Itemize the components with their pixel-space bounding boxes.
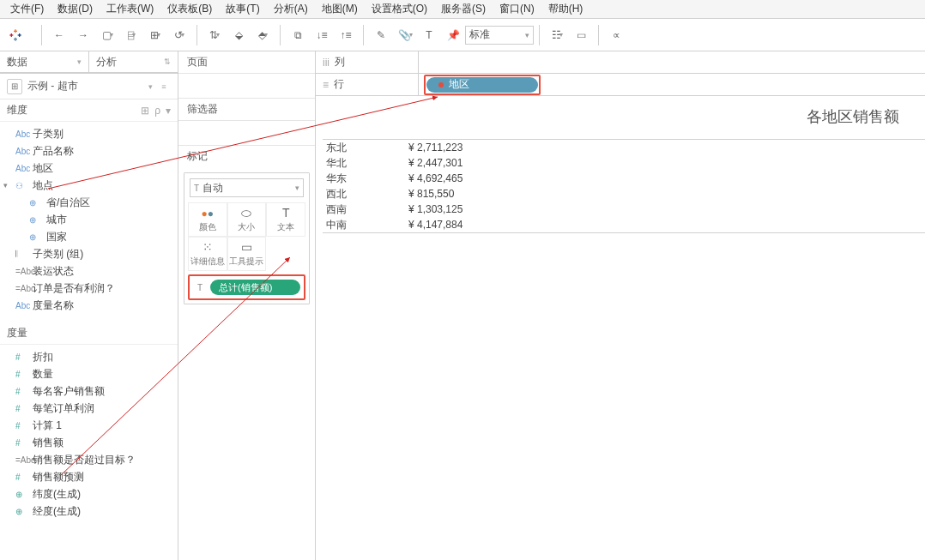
pages-shelf[interactable]: 页面 <box>178 51 315 74</box>
table-row[interactable]: 西南¥ 1,303,125 <box>323 202 925 217</box>
marks-pill-highlight: T 总计(销售额) <box>188 274 305 300</box>
field-销售额[interactable]: #销售额 <box>0 434 178 451</box>
marks-title: 标记 <box>178 146 315 167</box>
menu-analysis[interactable]: 分析(A) <box>267 0 315 18</box>
menu-bar: 文件(F) 数据(D) 工作表(W) 仪表板(B) 故事(T) 分析(A) 地图… <box>0 0 925 19</box>
datasource-caret-icon[interactable]: ▾ <box>143 82 157 91</box>
search-icon[interactable]: ρ <box>154 105 160 117</box>
cards-column: 页面 筛选器 标记 T自动▾ ●●颜色 ⬭大小 T文本 ⁙详细信息 ▭工具提示 … <box>178 51 316 560</box>
menu-server[interactable]: 服务器(S) <box>434 0 493 18</box>
field-折扣[interactable]: #折扣 <box>0 348 178 365</box>
worksheet-area: iii列 ≡行 地区 各地区销售额 东北¥ 2,711,223华北¥ 2,447… <box>316 51 925 560</box>
menu-data[interactable]: 数据(D) <box>51 0 100 18</box>
rows-pill-highlight: 地区 <box>424 75 541 95</box>
filters-shelf[interactable]: 筛选器 <box>178 99 315 121</box>
text-icon: T <box>282 206 290 220</box>
columns-shelf[interactable] <box>419 51 925 73</box>
label-button[interactable]: T <box>418 24 440 46</box>
field-销售额预测[interactable]: #销售额预测 <box>0 468 178 485</box>
menu-dashboard[interactable]: 仪表板(B) <box>160 0 219 18</box>
region-pill[interactable]: 地区 <box>426 77 538 93</box>
marks-detail[interactable]: ⁙详细信息 <box>188 237 227 271</box>
group-button[interactable]: ⧉ <box>287 24 309 46</box>
marks-empty <box>266 237 305 271</box>
sort-3-button[interactable]: ↑≡ <box>335 24 357 46</box>
field-省/自治区[interactable]: ⊕省/自治区 <box>0 194 178 211</box>
menu-story[interactable]: 故事(T) <box>219 0 266 18</box>
menu-window[interactable]: 窗口(N) <box>493 0 541 18</box>
showme-cards-button[interactable]: ☷▾ <box>546 24 568 46</box>
field-订单是否有利润？[interactable]: =Abc订单是否有利润？ <box>0 280 178 297</box>
tableau-logo-icon[interactable] <box>3 23 27 47</box>
view-toggle-icon[interactable]: ⊞ <box>141 105 149 117</box>
menu-file[interactable]: 文件(F) <box>3 0 51 18</box>
size-icon: ⬭ <box>241 206 251 220</box>
table-row[interactable]: 中南¥ 4,147,884 <box>323 217 925 232</box>
new-worksheet-button[interactable]: ⊞▾ <box>144 24 166 46</box>
menu-worksheet[interactable]: 工作表(W) <box>100 0 160 18</box>
duplicate-button[interactable]: ↺▾ <box>168 24 190 46</box>
attach-button[interactable]: 📎▾ <box>394 24 416 46</box>
save-button[interactable]: ▢▾ <box>96 24 118 46</box>
worksheet-title[interactable]: 各地区销售额 <box>316 96 925 132</box>
swap-button[interactable]: ⇅▾ <box>203 24 226 46</box>
marks-tooltip[interactable]: ▭工具提示 <box>227 237 267 271</box>
sort-2-button[interactable]: ↓≡ <box>311 24 333 46</box>
field-国家[interactable]: ⊕国家 <box>0 228 178 245</box>
datasource-select[interactable]: ⊞ 示例 - 超市 ▾ ≡ <box>0 74 178 99</box>
field-经度(生成)[interactable]: ⊕经度(生成) <box>0 503 178 520</box>
menu-format[interactable]: 设置格式(O) <box>365 0 434 18</box>
columns-icon: iii <box>323 57 329 69</box>
sort-desc-button[interactable]: ⬘▾ <box>251 24 274 46</box>
columns-shelf-label: iii列 <box>316 51 419 73</box>
field-产品名称[interactable]: Abc产品名称 <box>0 142 178 160</box>
highlight-button[interactable]: ✎ <box>370 24 392 46</box>
field-销售额是否超过目标？[interactable]: =Abc销售额是否超过目标？ <box>0 451 178 468</box>
table-row[interactable]: 华北¥ 2,447,301 <box>323 155 925 171</box>
field-度量名称[interactable]: Abc度量名称 <box>0 297 178 314</box>
undo-button[interactable]: ← <box>48 24 70 46</box>
field-城市[interactable]: ⊕城市 <box>0 211 178 228</box>
field-数量[interactable]: #数量 <box>0 365 178 382</box>
field-子类别 (组)[interactable]: 𝄃子类别 (组) <box>0 245 178 262</box>
datasource-menu-icon[interactable]: ≡ <box>157 82 171 91</box>
menu-map[interactable]: 地图(M) <box>315 0 365 18</box>
table-row[interactable]: 东北¥ 2,711,223 <box>323 140 925 155</box>
dimensions-header: 维度 ⊞ρ▾ <box>0 99 178 122</box>
redo-button[interactable]: → <box>72 24 94 46</box>
fit-select-label: 标准 <box>469 27 490 42</box>
field-纬度(生成)[interactable]: ⊕纬度(生成) <box>0 485 178 503</box>
rows-shelf-label: ≡行 <box>316 74 419 95</box>
field-地点[interactable]: ▾⚇地点 <box>0 177 178 194</box>
table-row[interactable]: 华东¥ 4,692,465 <box>323 171 925 186</box>
measures-header: 度量 <box>0 322 178 345</box>
data-pane: 数据▾ 分析⇅ ⊞ 示例 - 超市 ▾ ≡ 维度 ⊞ρ▾ Abc子类别Abc产品… <box>0 51 178 560</box>
marks-text[interactable]: T文本 <box>266 202 305 237</box>
field-装运状态[interactable]: =Abc装运状态 <box>0 262 178 280</box>
menu-help[interactable]: 帮助(H) <box>541 0 590 18</box>
fit-select[interactable]: 标准▾ <box>465 26 534 45</box>
marks-color[interactable]: ●●颜色 <box>188 202 227 237</box>
tab-data[interactable]: 数据▾ <box>0 51 89 72</box>
toolbar: ← → ▢▾ ⌸▾ ⊞▾ ↺▾ ⇅▾ ⬙ ⬘▾ ⧉ ↓≡ ↑≡ ✎ 📎▾ T 📌… <box>0 19 925 51</box>
table-row[interactable]: 西北¥ 815,550 <box>323 186 925 202</box>
field-计算 1[interactable]: #计算 1 <box>0 417 178 434</box>
dimensions-list: Abc子类别Abc产品名称Abc地区▾⚇地点⊕省/自治区⊕城市⊕国家𝄃子类别 (… <box>0 122 178 317</box>
sort-asc-button[interactable]: ⬙ <box>227 24 250 46</box>
pin-button[interactable]: 📌 <box>442 24 464 46</box>
field-地区[interactable]: Abc地区 <box>0 160 178 177</box>
share-button[interactable]: ∝ <box>605 24 627 46</box>
new-datasource-button[interactable]: ⌸▾ <box>120 24 142 46</box>
datasource-name: 示例 - 超市 <box>27 79 143 93</box>
field-子类别[interactable]: Abc子类别 <box>0 125 178 142</box>
detail-icon: ⁙ <box>203 240 213 254</box>
field-每笔订单利润[interactable]: #每笔订单利润 <box>0 400 178 417</box>
marks-size[interactable]: ⬭大小 <box>227 202 267 237</box>
tab-analysis[interactable]: 分析⇅ <box>89 51 178 72</box>
presentation-button[interactable]: ▭ <box>570 24 592 46</box>
rows-shelf[interactable]: 地区 <box>419 74 925 95</box>
sum-sales-pill[interactable]: 总计(销售额) <box>210 280 300 295</box>
datasource-icon: ⊞ <box>7 79 22 94</box>
marks-type-select[interactable]: T自动▾ <box>190 178 304 197</box>
field-每名客户销售额[interactable]: #每名客户销售额 <box>0 382 178 400</box>
